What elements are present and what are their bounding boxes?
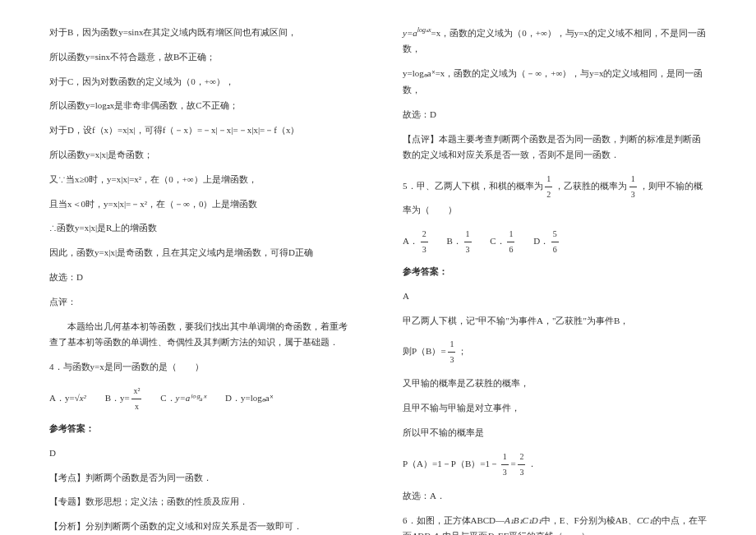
denominator: 3 xyxy=(421,242,428,257)
sol-5-1: 甲乙两人下棋，记"甲不输"为事件A，"乙获胜"为事件B， xyxy=(403,313,707,330)
question-5: 5．甲、乙两人下棋，和棋的概率为 12 ，乙获胜的概率为 13 ，则甲不输的概率… xyxy=(403,172,707,219)
q5-options: A． 23 B． 13 C． 16 D． 56 xyxy=(403,227,707,257)
numerator: 5 xyxy=(551,227,559,242)
question-4: 4．与函数y=x是同一函数的是（ ） xyxy=(49,359,353,376)
opt-label: C． xyxy=(490,236,505,246)
sol-5-4: 且甲不输与甲输是对立事件， xyxy=(403,400,707,417)
numerator: 1 xyxy=(545,172,552,187)
q4-option-b: B．y= x²x xyxy=(105,384,142,414)
q6-post: 平行的直线（ ） xyxy=(509,531,590,535)
fraction: 13 xyxy=(629,172,637,202)
right-column: y=alogₐx=x，函数的定义域为（0，+∞），与y=x的定义域不相同，不是同… xyxy=(403,25,707,535)
para: 对于D，设f（x）=x|x|，可得f（－x）=－x|－x|=－x|x|=－f（x… xyxy=(49,122,353,139)
para: 且当x＜0时，y=x|x|=－x²，在（－∞，0）上是增函数 xyxy=(49,196,353,213)
numerator: 1 xyxy=(464,227,472,242)
expr: y=alogₐx xyxy=(403,28,431,38)
answer-4: D xyxy=(49,445,353,462)
kaodian: 【考点】判断两个函数是否为同一函数． xyxy=(49,470,353,487)
para: 所以函数y=sinx不符合题意，故B不正确； xyxy=(49,49,353,66)
numerator: 1 xyxy=(501,450,509,465)
q4-option-a: A．y=√x² xyxy=(49,390,86,407)
para: ∴函数y=x|x|是R上的增函数 xyxy=(49,220,353,237)
post: ； xyxy=(458,346,467,356)
denominator: x xyxy=(131,399,141,414)
denominator: 6 xyxy=(551,242,559,257)
opt-label: A． xyxy=(403,236,418,246)
fraction: x²x xyxy=(131,384,141,414)
para: 故选：D xyxy=(49,270,353,286)
answer-5: A xyxy=(403,288,707,305)
dp-label: 【点评】 xyxy=(403,134,439,144)
q4-option-d: D．y=logₐaˣ xyxy=(225,390,274,407)
denominator: 6 xyxy=(507,242,514,257)
dp-text: 本题主要考查判断两个函数是否为同一函数，判断的标准是判断函数的定义域和对应关系是… xyxy=(403,134,701,160)
pre: 则P（B）= xyxy=(403,346,446,356)
denominator: 3 xyxy=(464,242,472,257)
zt-text: 数形思想；定义法；函数的性质及应用． xyxy=(85,496,248,506)
kp-label: 【考点】 xyxy=(49,473,85,482)
q6-mid1: 中，E、F分别为棱AB、 xyxy=(542,515,637,525)
q5-option-a: A． 23 xyxy=(403,227,428,257)
denominator: 3 xyxy=(629,187,637,202)
para: 对于B，因为函数y=sinx在其定义域内既有增区间也有减区间， xyxy=(49,25,353,41)
fx-text: 分别判断两个函数的定义域和对应关系是否一致即可． xyxy=(85,521,302,531)
answer-label: 参考答案： xyxy=(403,264,707,280)
left-column: 对于B，因为函数y=sinx在其定义域内既有增区间也有减区间， 所以函数y=si… xyxy=(49,25,353,535)
kp-text: 判断两个函数是否为同一函数． xyxy=(85,473,212,482)
dianping: 【点评】本题主要考查判断两个函数是否为同一函数，判断的标准是判断函数的定义域和对… xyxy=(403,131,707,164)
para: 对于C，因为对数函数的定义域为（0，+∞）， xyxy=(49,74,353,90)
fraction: 56 xyxy=(551,227,559,257)
denominator: 3 xyxy=(518,465,525,480)
fraction: 23 xyxy=(421,227,428,257)
expr: y=aˡᵒᵍₐˣ xyxy=(176,393,207,403)
q5-mid: ，乙获胜的概率为 xyxy=(555,181,627,191)
sub: ADD₁A₁ xyxy=(412,531,442,535)
para: 故选：D xyxy=(403,107,707,123)
opt-label: D． xyxy=(533,236,549,246)
text: =x，函数的定义域为（0，+∞），与y=x的定义域不相同，不是同一函数， xyxy=(403,28,706,54)
pre: P（A）=1－P（B）=1－ xyxy=(403,459,499,468)
sol-5-6: P（A）=1－P（B）=1－ 13 = 23 ． xyxy=(403,450,707,480)
q6-pre: 6．如图，正方体ABCD— xyxy=(403,515,505,525)
numerator: 1 xyxy=(448,337,455,353)
q4-options: A．y=√x² B．y= x²x C．y=aˡᵒᵍₐˣ D．y=logₐaˣ xyxy=(49,384,353,414)
opt-label: C． xyxy=(160,393,175,403)
sub: A₁B₁C₁D₁ xyxy=(505,515,542,525)
fraction: 13 xyxy=(464,227,472,257)
question-6: 6．如图，正方体ABCD—A₁B₁C₁D₁中，E、F分别为棱AB、CC₁的中点，… xyxy=(403,513,707,535)
post: ． xyxy=(528,459,537,468)
numerator: 2 xyxy=(518,450,525,465)
denominator: 3 xyxy=(448,353,455,367)
sol-5-5: 所以甲不输的概率是 xyxy=(403,425,707,441)
q6-mid3: 内且与平面 xyxy=(442,531,487,535)
fraction: 23 xyxy=(518,450,525,480)
fraction: 12 xyxy=(545,172,552,202)
para: 所以函数y=x|x|是奇函数； xyxy=(49,147,353,164)
sub: CC₁ xyxy=(637,515,652,525)
fraction: 13 xyxy=(448,337,455,367)
q5-option-c: C． 16 xyxy=(490,227,514,257)
denominator: 3 xyxy=(501,465,509,480)
q5-option-d: D． 56 xyxy=(533,227,559,257)
zt-label: 【专题】 xyxy=(49,496,85,506)
fx-label: 【分析】 xyxy=(49,521,85,531)
fraction: 13 xyxy=(501,450,509,480)
q5-option-b: B． 13 xyxy=(446,227,471,257)
para: y=alogₐx=x，函数的定义域为（0，+∞），与y=x的定义域不相同，不是同… xyxy=(403,25,707,58)
numerator: 1 xyxy=(507,227,514,242)
zhuanti: 【专题】数形思想；定义法；函数的性质及应用． xyxy=(49,494,353,510)
q4-option-c: C．y=aˡᵒᵍₐˣ xyxy=(160,390,206,407)
sub: D₁EF xyxy=(487,531,508,535)
para: y=logₐaˣ=x，函数的定义域为（－∞，+∞），与y=x的定义域相同，是同一… xyxy=(403,66,707,99)
numerator: 1 xyxy=(629,172,637,187)
sol-5-7: 故选：A． xyxy=(403,488,707,505)
para: 所以函数y=log₂x是非奇非偶函数，故C不正确； xyxy=(49,98,353,114)
opt-label: B． xyxy=(446,236,461,246)
denominator: 2 xyxy=(545,187,552,202)
opt-label: B．y= xyxy=(105,393,130,403)
sqrt-icon: √x² xyxy=(75,393,86,403)
sol-5-3: 又甲输的概率是乙获胜的概率， xyxy=(403,376,707,392)
comment-label: 点评： xyxy=(49,294,353,311)
q5-pre: 5．甲、乙两人下棋，和棋的概率为 xyxy=(403,181,543,191)
opt-label: A．y= xyxy=(49,393,75,403)
